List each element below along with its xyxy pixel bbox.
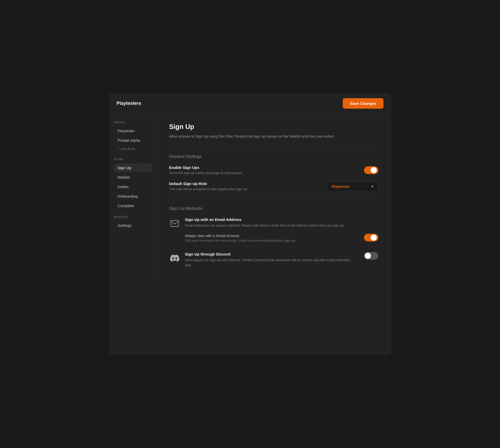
enable-sign-ups-desc: Show the sign up button and page to new … (169, 171, 356, 175)
sidebar-item-private-alpha[interactable]: Private Alpha (114, 136, 152, 145)
add-role-button[interactable]: + Add Role (114, 145, 152, 152)
divider-2 (169, 199, 378, 199)
sidebar-item-onboarding[interactable]: Onboarding (114, 192, 152, 201)
sidebar-item-sign-up[interactable]: Sign Up (114, 163, 152, 172)
discord-method-content: Sign Up through Discord Allow players to… (185, 252, 378, 271)
enable-sign-ups-toggle[interactable] (364, 166, 378, 174)
save-button[interactable]: Save Changes (343, 98, 383, 109)
social-account-toggle[interactable] (364, 234, 378, 241)
flow-section-label: FLOW (114, 158, 152, 161)
discord-method-desc: Allow players to Sign Up with Discord. V… (185, 258, 356, 268)
sidebar-item-settings[interactable]: Settings (114, 221, 152, 230)
sidebar: ROLES Playtester Private Alpha + Add Rol… (109, 114, 157, 288)
email-icon (169, 218, 180, 229)
sidebar-item-complete[interactable]: Complete (114, 201, 152, 210)
enable-sign-ups-slider (364, 166, 378, 174)
default-role-value: Playtester (331, 184, 368, 189)
divider-1 (169, 147, 378, 147)
default-role-row: Default Sign Up Role This role will be a… (169, 181, 378, 191)
social-account-desc: Only asks for email in the second step. … (185, 239, 356, 243)
email-method-title: Sign Up with an Email Address (185, 217, 378, 222)
page-title: Sign Up (169, 123, 378, 131)
discord-slider (364, 252, 378, 260)
app-title: Playtesters (117, 101, 141, 106)
sign-up-methods-heading: Sign Up Methods (169, 206, 378, 211)
email-method-content: Sign Up with an Email Address Email addr… (185, 217, 378, 245)
discord-toggle[interactable] (364, 252, 378, 260)
social-account-label: Always start with a Social Account (185, 234, 356, 238)
enable-sign-ups-info: Enable Sign Ups Show the sign up button … (169, 165, 364, 175)
default-role-info: Default Sign Up Role This role will be a… (169, 181, 327, 191)
discord-method-title: Sign Up through Discord (185, 252, 356, 256)
svg-rect-0 (171, 220, 179, 227)
manage-section-label: MANAGE (114, 215, 152, 218)
page-description: Allow anyone to Sign Up using this Flow.… (169, 134, 361, 139)
default-role-label: Default Sign Up Role (169, 181, 319, 186)
enable-sign-ups-row: Enable Sign Ups Show the sign up button … (169, 165, 378, 175)
main-layout: ROLES Playtester Private Alpha + Add Rol… (109, 114, 391, 288)
sidebar-item-waitlist[interactable]: Waitlist (114, 173, 152, 182)
sidebar-item-invites[interactable]: Invites (114, 182, 152, 191)
sidebar-item-playtester[interactable]: Playtester (114, 126, 152, 135)
chevron-down-icon: ▼ (371, 185, 374, 188)
default-role-desc: This role will be assigned to new player… (169, 187, 319, 191)
social-account-info: Always start with a Social Account Only … (185, 234, 364, 243)
social-account-slider (364, 234, 378, 241)
email-method-desc: Email addresses are always required. Pla… (185, 223, 378, 228)
discord-method-item: Sign Up through Discord Allow players to… (169, 252, 378, 271)
header: Playtesters Save Changes (109, 94, 391, 114)
app-window: Playtesters Save Changes ROLES Playteste… (109, 93, 391, 355)
roles-section-label: ROLES (114, 121, 152, 124)
email-method-item: Sign Up with an Email Address Email addr… (169, 217, 378, 245)
default-role-dropdown[interactable]: Playtester ▼ (327, 181, 378, 191)
social-account-row: Always start with a Social Account Only … (185, 232, 378, 245)
general-settings-heading: General Settings (169, 154, 378, 159)
enable-sign-ups-label: Enable Sign Ups (169, 165, 356, 170)
discord-icon (169, 252, 180, 264)
main-content: Sign Up Allow anyone to Sign Up using th… (157, 114, 391, 288)
